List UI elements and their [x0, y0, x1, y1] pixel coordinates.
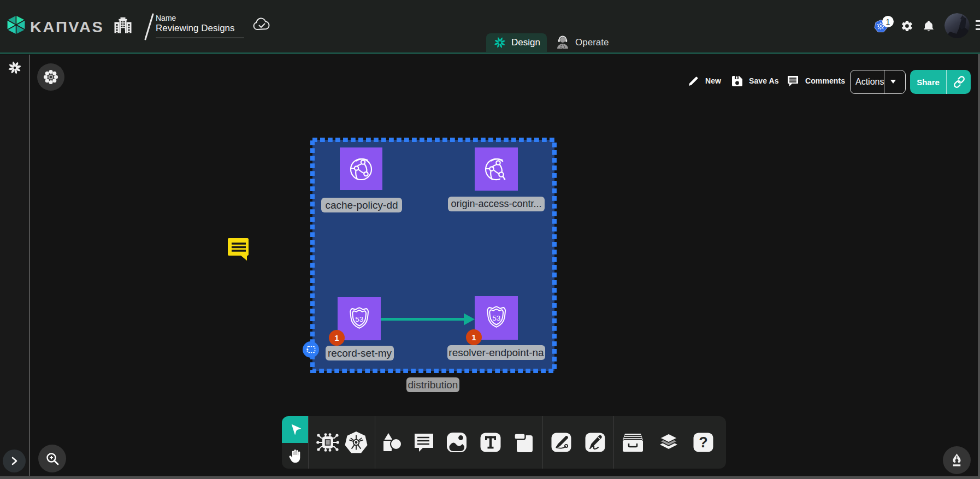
svg-text:53: 53: [492, 314, 500, 322]
svg-text:53: 53: [355, 315, 363, 323]
svg-text:?: ?: [699, 434, 708, 451]
